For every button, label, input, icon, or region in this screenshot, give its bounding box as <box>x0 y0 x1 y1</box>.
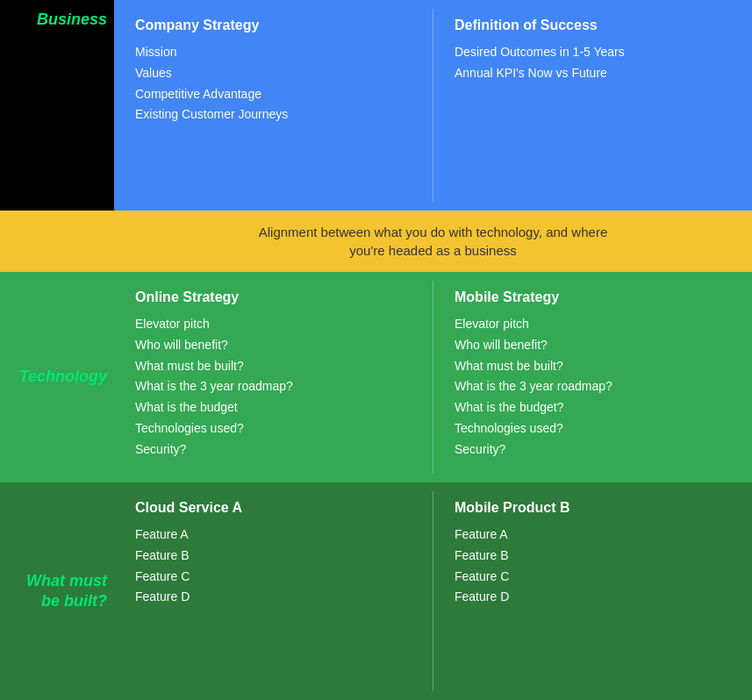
list-item: Security? <box>455 439 731 461</box>
list-item: What must be built? <box>455 356 731 377</box>
label-technology-container: Technology <box>0 272 114 482</box>
online-strategy-card: Online Strategy Elevator pitch Who will … <box>114 272 433 482</box>
online-strategy-items: Elevator pitch Who will benefit? What mu… <box>135 314 412 461</box>
list-item: Who will benefit? <box>135 335 412 356</box>
list-item: Technologies used? <box>135 418 412 439</box>
list-item: Competitive Advantage <box>135 84 412 105</box>
list-item: Existing Customer Journeys <box>135 104 412 125</box>
whatmust-label: What must be built? <box>26 571 107 612</box>
list-item: Mission <box>135 42 412 63</box>
list-item: Feature A <box>135 525 412 546</box>
company-strategy-items: Mission Values Competitive Advantage Exi… <box>135 42 412 125</box>
list-item: Technologies used? <box>455 418 731 439</box>
alignment-banner: Alignment between what you do with techn… <box>114 211 752 272</box>
list-item: What must be built? <box>135 356 412 377</box>
list-item: Feature D <box>455 587 731 608</box>
mobile-strategy-items: Elevator pitch Who will benefit? What mu… <box>455 314 731 461</box>
mobile-strategy-card: Mobile Strategy Elevator pitch Who will … <box>433 272 752 482</box>
list-item: Feature C <box>455 567 731 588</box>
whatmust-section: Cloud Service A Feature A Feature B Feat… <box>114 482 752 700</box>
list-item: What is the 3 year roadmap? <box>135 376 412 397</box>
mobile-product-card: Mobile Product B Feature A Feature B Fea… <box>433 482 752 700</box>
alignment-text: Alignment between what you do with techn… <box>259 223 607 260</box>
list-item: Elevator pitch <box>135 314 412 335</box>
mobile-strategy-title: Mobile Strategy <box>455 289 731 305</box>
list-item: Who will benefit? <box>455 335 731 356</box>
definition-success-card: Definition of Success Desired Outcomes i… <box>433 0 752 211</box>
list-item: Feature C <box>135 567 412 588</box>
online-strategy-title: Online Strategy <box>135 289 412 305</box>
mobile-product-title: Mobile Product B <box>455 500 731 516</box>
business-section: Company Strategy Mission Values Competit… <box>114 0 752 211</box>
list-item: What is the budget? <box>455 397 731 418</box>
list-item: Elevator pitch <box>455 314 731 335</box>
technology-label: Technology <box>19 368 107 387</box>
cloud-service-title: Cloud Service A <box>135 500 412 516</box>
main-content: Company Strategy Mission Values Competit… <box>114 0 752 700</box>
list-item: Feature B <box>455 546 731 567</box>
list-item: Feature B <box>135 546 412 567</box>
list-item: Security? <box>135 439 412 461</box>
list-item: Annual KPI's Now vs Future <box>455 63 731 84</box>
cloud-service-card: Cloud Service A Feature A Feature B Feat… <box>114 482 433 700</box>
cloud-service-items: Feature A Feature B Feature C Feature D <box>135 525 412 608</box>
list-item: Feature A <box>455 525 731 546</box>
technology-section: Online Strategy Elevator pitch Who will … <box>114 272 752 482</box>
label-whatmust-container: What must be built? <box>0 482 114 700</box>
definition-success-items: Desired Outcomes in 1-5 Years Annual KPI… <box>455 42 731 84</box>
label-business-container: Business <box>0 0 114 211</box>
definition-success-title: Definition of Success <box>455 18 731 33</box>
list-item: Feature D <box>135 587 412 608</box>
list-item: Desired Outcomes in 1-5 Years <box>455 42 731 63</box>
list-item: What is the budget <box>135 397 412 418</box>
left-labels: Business Technology What must be built? <box>0 0 114 700</box>
company-strategy-card: Company Strategy Mission Values Competit… <box>114 0 433 211</box>
business-label: Business <box>37 11 107 30</box>
company-strategy-title: Company Strategy <box>135 18 412 33</box>
mobile-product-items: Feature A Feature B Feature C Feature D <box>455 525 731 608</box>
list-item: Values <box>135 63 412 84</box>
list-item: What is the 3 year roadmap? <box>455 376 731 397</box>
